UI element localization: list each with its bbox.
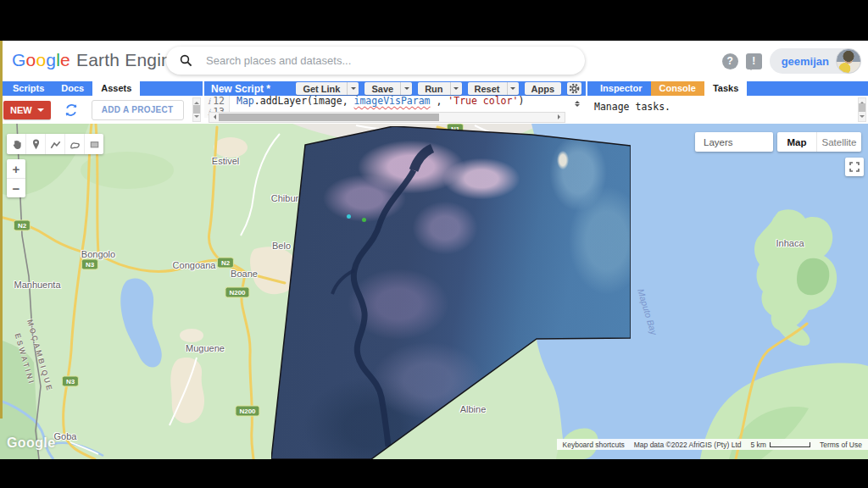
button-label: Save [364,82,400,95]
polygon-icon [69,138,81,151]
road-shield-n200: N200 [235,406,259,417]
tab-docs[interactable]: Docs [53,81,92,96]
chevron-down-icon [37,108,44,115]
chevron-down-icon[interactable] [450,82,462,95]
scripts-panel: ScriptsDocsAssets NEW ADD [0,81,203,124]
fullscreen-icon [849,162,860,172]
save-button[interactable]: Save [364,82,412,95]
pan-hand-tool[interactable] [7,134,26,154]
new-button[interactable]: NEW [3,101,51,119]
place-pin-icon [30,138,42,151]
search-bar[interactable] [166,47,585,75]
map-label-congoana: Congoana [173,260,216,270]
add-project-button[interactable]: ADD A PROJECT [92,100,184,120]
rectangle-icon [88,138,101,151]
code-line[interactable]: i12Map.addLayer(image, imageVisParam , '… [204,96,586,107]
zoom-out-button[interactable]: − [7,179,25,197]
editor-button-group: Get LinkSaveRunResetApps [290,82,561,95]
left-tabbar: ScriptsDocsAssets [0,81,203,96]
green-marker-dot [362,218,366,222]
polygon-tool[interactable] [65,134,85,154]
editor-toolbar: New Script * Get LinkSaveRunResetApps [204,81,586,96]
zoom-in-button[interactable]: + [7,159,25,179]
inspector-console-tasks-panel: InspectorConsoleTasks Manage tasks. [587,81,868,124]
scroll-left-icon [211,114,216,119]
run-button[interactable]: Run [418,82,461,95]
image-region-outline [271,126,631,459]
code-token: image [313,96,342,107]
tab-console[interactable]: Console [651,81,704,96]
polyline-icon [49,138,62,151]
left-panel-scrollbar[interactable] [192,97,201,122]
map-view-button[interactable]: Map [777,132,817,152]
code-token: 'True color' [448,96,518,107]
google-earth-engine-logo: Google Earth Engine [12,50,181,70]
road-shield-n2: N2 [14,220,31,231]
feedback-icon[interactable]: ! [746,53,762,69]
logo-letter: o [26,50,36,69]
scroll-down-icon [575,104,580,109]
search-input[interactable] [204,53,585,68]
editor-vertical-scroll[interactable] [573,97,581,110]
button-label: Apps [525,82,562,95]
user-menu[interactable]: geemijan [770,48,861,74]
code-token: , [431,96,448,107]
button-label: Get Link [296,82,347,95]
code-text: Map.addLayer(image, imageVisParam , 'Tru… [230,96,524,107]
tab-tasks[interactable]: Tasks [704,81,747,96]
refresh-button[interactable] [61,100,81,120]
gear-icon [569,83,580,94]
new-button-label: NEW [10,105,32,115]
point-tool[interactable] [26,134,46,154]
settings-button[interactable] [567,82,581,95]
scale-control: 5 km [751,441,810,449]
screen: Google Earth Engine ? ! geemijan [0,0,868,488]
apps-button[interactable]: Apps [525,82,562,95]
map-type-toggle: Map Satellite [777,132,861,152]
keyboard-shortcuts-link[interactable]: Keyboard shortcuts [563,441,625,449]
google-logo: Google [12,50,70,70]
terms-of-use-link[interactable]: Terms of Use [820,441,862,449]
right-tabbar: InspectorConsoleTasks [587,81,868,96]
chevron-down-icon[interactable] [507,82,519,95]
chevron-down-icon[interactable] [400,82,412,95]
get-link-button[interactable]: Get Link [296,82,359,95]
fullscreen-button[interactable] [845,158,864,176]
logo-letter: e [60,50,70,69]
letterbox-top [0,0,868,41]
scrollbar-thumb[interactable] [219,114,439,121]
code-token: .addLayer( [254,96,313,107]
editor-horizontal-scrollbar[interactable] [209,112,565,123]
username: geemijan [782,55,829,68]
map-label-inhaca: Inhaca [776,238,804,248]
rectangle-tool[interactable] [85,134,103,154]
help-icon[interactable]: ? [722,53,738,69]
scrollbar-thumb[interactable] [193,105,200,114]
earth-engine-app: Google Earth Engine ? ! geemijan [0,41,868,459]
code-token: ) [518,96,524,107]
code-editor-panel: New Script * Get LinkSaveRunResetApps i1… [204,81,586,124]
tab-scripts[interactable]: Scripts [4,81,53,96]
chevron-down-icon[interactable] [347,82,359,95]
button-label: Run [418,82,449,95]
map-canvas[interactable]: EstivelChiburBeloBongoloManhuentaCongoan… [0,124,868,459]
layers-button[interactable]: Layers [695,132,773,152]
geometry-toolbar [7,134,103,154]
logo-letter: G [12,50,26,69]
cyan-marker-dot [347,214,351,219]
tasks-message: Manage tasks. [587,96,868,118]
tab-assets[interactable]: Assets [92,81,140,96]
left-accent-strip [0,41,3,419]
map-label-maputo-bay: Maputo Bay [636,287,659,336]
code-editor[interactable]: i12Map.addLayer(image, imageVisParam , '… [204,96,586,124]
avatar[interactable] [836,48,861,74]
scale-label: 5 km [751,441,766,449]
road-shield-n3: N3 [81,259,98,270]
reset-button[interactable]: Reset [468,82,519,95]
right-panel-scrollbar[interactable] [858,97,866,122]
map-data-credit: Map data ©2022 AfriGIS (Pty) Ltd [634,441,742,449]
satellite-view-button[interactable]: Satellite [817,132,861,152]
scrollbar-thumb[interactable] [859,103,865,112]
line-tool[interactable] [46,134,65,154]
tab-inspector[interactable]: Inspector [592,81,651,96]
